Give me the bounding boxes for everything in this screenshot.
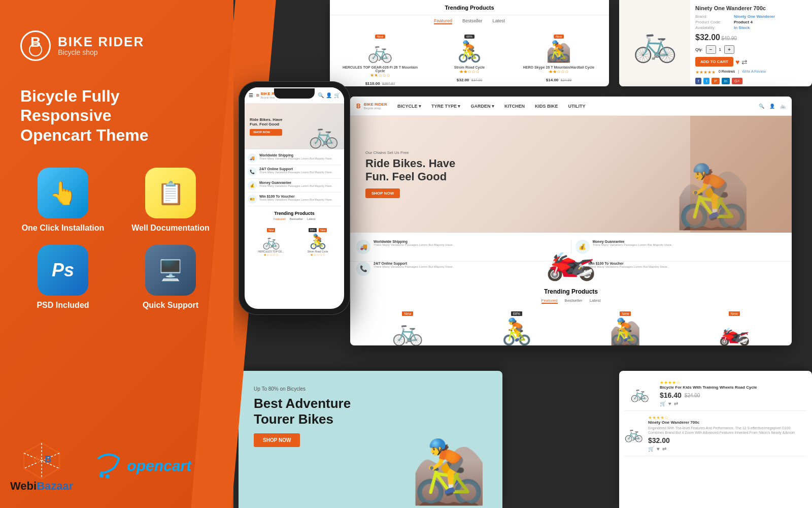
write-review-btn[interactable]: Write A Review <box>742 70 766 75</box>
ps-icon-box: Ps <box>38 245 88 296</box>
desktop-bike-4-icon: 🏍️ <box>683 317 786 345</box>
wishlist-icon-2[interactable]: ♥ <box>657 446 660 452</box>
cart-icon-1[interactable]: 🛒 <box>660 401 666 406</box>
hero-shop-btn[interactable]: SHOP NOW <box>365 188 400 198</box>
br-product-1-old-price: $24.00 <box>685 393 700 398</box>
bottom-right-screenshot: 🚲 ★★★★☆ Bicycle For Kids With Training W… <box>619 371 812 508</box>
review-count[interactable]: 0 Reviews <box>719 70 735 75</box>
twitter-btn[interactable]: t <box>703 78 709 84</box>
product-bike-icon: 🚲 <box>633 22 677 64</box>
wishlist-icon[interactable]: ♥ <box>735 58 739 66</box>
desktop-search-icon[interactable]: 🔍 <box>759 104 764 109</box>
phone-account-icon[interactable]: 👤 <box>326 92 332 98</box>
bottom-product-list: 🚲 ★★★★☆ Bicycle For Kids With Training W… <box>619 371 812 461</box>
desktop-product-1: New 🚲 <box>356 308 459 345</box>
doc-icon-box: 📋 <box>145 168 196 218</box>
desktop-product-4: New 🏍️ <box>683 308 786 345</box>
desktop-features-row: 🚚 Worldwide Shipping There Many Variatio… <box>350 233 792 261</box>
shipping-feature-icon: 🚚 <box>356 240 370 254</box>
feature-psd: Ps PSD Included <box>15 245 111 310</box>
phone-shop-btn[interactable]: SHOP NOW <box>250 129 282 136</box>
phone-outer: ☰ B BIKE RIDER Bicycle shop 🔍 👤 🛒 <box>239 81 350 315</box>
pinterest-btn[interactable]: P <box>712 78 719 84</box>
hand-icon: 👆 <box>49 180 77 206</box>
nav-utility[interactable]: UTILITY <box>568 104 585 109</box>
gplus-btn[interactable]: G+ <box>732 78 742 84</box>
nav-tyre[interactable]: TYRE TYPE ▾ <box>431 104 461 109</box>
phone-features: 🚚 Worldwide Shipping There Many Variatio… <box>245 149 344 208</box>
facebook-btn[interactable]: f <box>695 78 701 84</box>
phone-trending: Trending Products Featured Bestseller La… <box>245 208 344 262</box>
bottom-logos: W B WebiBazaar opencart <box>10 439 223 493</box>
banner-tag: Up To 80% on Bicycles <box>254 386 487 392</box>
wb-cube-icon: W B <box>16 439 67 480</box>
desktop-product-3: New 🚵 <box>574 308 677 345</box>
desktop-tab-latest[interactable]: Latest <box>590 298 601 304</box>
phone-tab-latest[interactable]: Latest <box>307 217 315 220</box>
product-tabs-top: Featured Bestseller Latest <box>330 15 609 27</box>
banner-shop-btn[interactable]: SHOP NOW <box>254 433 300 447</box>
svg-point-7 <box>106 474 110 479</box>
br-bike-icon-1: 🚲 <box>624 385 655 402</box>
desktop-cart-icon[interactable]: 🚲 <box>780 104 786 109</box>
desktop-bike-1-icon: 🚲 <box>356 317 459 345</box>
qty-minus-btn[interactable]: − <box>706 45 716 54</box>
feature-support: 🖥️ Quick Support <box>123 245 218 310</box>
phone-hero-bike: 🚲 <box>309 121 339 149</box>
center-rider-icon: 🏍️ <box>546 235 596 282</box>
phone-cart-icon[interactable]: 🛒 <box>334 92 340 98</box>
nav-bicycle[interactable]: BICYCLE ▾ <box>397 104 421 109</box>
feat-support: 📞 24/7 Online Support There Many Variati… <box>356 262 571 276</box>
desktop-hero: Our Chains Set Us Free Ride Bikes. Have … <box>350 116 792 233</box>
phone-search-icon[interactable]: 🔍 <box>318 92 324 98</box>
left-panel: B BIKE RIDER Bicycle shop Bicycle Fully … <box>0 0 233 508</box>
banner-title: Best Adventure Tourer Bikes <box>254 396 487 427</box>
nav-kitchen[interactable]: KITCHEN <box>504 104 525 109</box>
product-title: Ninety One Wanderer 700c <box>695 5 775 11</box>
tab-featured[interactable]: Featured <box>434 18 452 24</box>
logo-area: B BIKE RIDER Bicycle shop <box>20 30 144 61</box>
br-product-2-desc: Engineered With The-level Features And P… <box>648 426 807 435</box>
compare-icon-2[interactable]: ⇄ <box>662 446 666 452</box>
rating-stars: ★★★★★ <box>695 70 716 75</box>
add-to-cart-btn[interactable]: ADD TO CART <box>695 57 733 67</box>
desktop-tab-featured[interactable]: Featured <box>542 298 558 304</box>
tab-latest[interactable]: Latest <box>493 18 505 24</box>
desktop-account-icon[interactable]: 👤 <box>769 104 775 109</box>
product-2: 68% 🚴 Strom Road Cycle ★★☆☆☆ $32.00 $37.… <box>427 30 512 86</box>
product-price: $32.00 <box>695 33 720 42</box>
compare-icon-1[interactable]: ⇄ <box>674 401 678 406</box>
phone-hero: Ride Bikes. Have Fun. Feel Good SHOP NOW… <box>245 104 344 149</box>
qty-plus-btn[interactable]: + <box>724 45 734 54</box>
top-right-screenshot: 🚲 Ninety One Wanderer 700c Brand: Ninety… <box>619 0 812 86</box>
product-1: New 🚲 HERCULES TOP GEAR-026 Fi 26 T Moun… <box>338 30 422 86</box>
trending-title-top: Trending Products <box>445 5 494 11</box>
compare-icon[interactable]: ⇄ <box>741 58 748 66</box>
headset-icon: 🖥️ <box>158 259 183 282</box>
tab-bestseller[interactable]: Bestseller <box>462 18 483 24</box>
cart-icon-2[interactable]: 🛒 <box>648 446 654 452</box>
document-icon: 📋 <box>157 180 185 206</box>
bike-icon-1: 🚲 <box>338 40 422 64</box>
phone-screen: ☰ B BIKE RIDER Bicycle shop 🔍 👤 🛒 <box>245 87 344 309</box>
feat-shipping: 🚚 Worldwide Shipping There Many Variatio… <box>356 240 567 254</box>
desktop-bike-3-icon: 🚵 <box>574 317 677 345</box>
phone-tab-bestseller[interactable]: Bestseller <box>290 217 303 220</box>
support-icon-box: 🖥️ <box>145 245 196 296</box>
desktop-tab-bestseller[interactable]: Bestseller <box>565 298 583 304</box>
product-brand: Ninety One Wanderer <box>734 14 775 19</box>
phone-product-2: 68% New 🚴 Strom Road Cycle ★☆☆☆☆ <box>295 224 340 257</box>
desktop-product-2: 68% 🚴 <box>465 308 568 345</box>
product-detail-panel: Ninety One Wanderer 700c Brand: Ninety O… <box>690 0 780 86</box>
shipping-icon: 🚚 <box>248 153 257 163</box>
phone-tab-featured[interactable]: Featured <box>274 217 286 220</box>
support-label: Quick Support <box>143 301 198 310</box>
linkedin-btn[interactable]: in <box>722 78 730 84</box>
product-3: New 🚵 HERO Skype 26 T Mountain/Hardtail … <box>517 30 601 86</box>
phone-notch <box>274 88 315 99</box>
phone-menu-icon[interactable]: ☰ <box>249 92 253 98</box>
nav-kidsbike[interactable]: KIDS BIKE <box>535 104 558 109</box>
nav-garden[interactable]: GARDEN ▾ <box>470 104 494 109</box>
webi-bazaar-logo: W B WebiBazaar <box>10 439 73 493</box>
wishlist-icon-1[interactable]: ♥ <box>668 401 671 406</box>
